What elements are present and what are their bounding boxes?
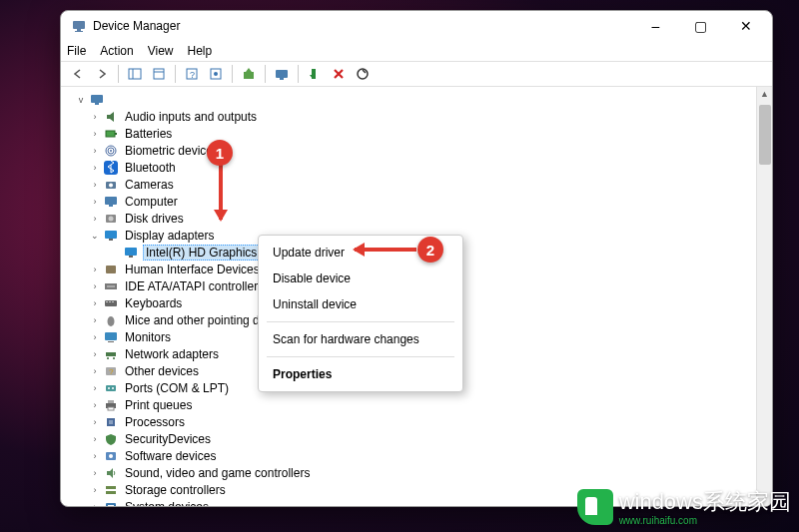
svg-rect-59 — [106, 486, 116, 489]
svg-rect-18 — [106, 131, 115, 137]
forward-button[interactable] — [91, 63, 113, 85]
vertical-scrollbar[interactable] — [756, 87, 772, 506]
display-icon — [123, 245, 139, 261]
chevron-right-icon[interactable]: › — [89, 129, 101, 139]
chevron-right-icon[interactable]: › — [89, 434, 101, 444]
callout-1: 1 — [207, 140, 233, 166]
chevron-right-icon[interactable]: › — [89, 349, 101, 359]
cpu-icon — [103, 414, 119, 430]
svg-point-45 — [107, 357, 109, 359]
computer-icon — [103, 194, 119, 210]
tree-node[interactable]: ›Cameras — [69, 176, 772, 193]
chevron-right-icon[interactable]: › — [89, 451, 101, 461]
chevron-right-icon[interactable]: › — [89, 366, 101, 376]
menu-help[interactable]: Help — [188, 44, 213, 58]
tree-node-label: Print queues — [123, 398, 194, 412]
chevron-right-icon[interactable]: › — [89, 146, 101, 156]
chevron-right-icon[interactable]: › — [89, 163, 101, 173]
chevron-right-icon[interactable]: › — [89, 383, 101, 393]
chevron-right-icon[interactable]: › — [89, 315, 101, 325]
minimize-button[interactable]: – — [633, 11, 678, 41]
tree-node[interactable]: ›Computer — [69, 193, 772, 210]
enable-device-button[interactable] — [304, 63, 326, 85]
chevron-right-icon[interactable]: › — [89, 112, 101, 122]
chevron-right-icon[interactable]: › — [89, 502, 101, 507]
maximize-button[interactable]: ▢ — [678, 11, 723, 41]
scan-hardware-button[interactable] — [271, 63, 293, 85]
tree-node-label: Computer — [123, 195, 180, 209]
toolbar-separator — [265, 65, 266, 83]
tree-node[interactable]: ›Bluetooth — [69, 159, 772, 176]
toolbar-separator — [232, 65, 233, 83]
tree-node-label: Display adapters — [123, 229, 216, 243]
chevron-right-icon[interactable]: › — [89, 468, 101, 478]
tree-node[interactable]: ›Batteries — [69, 125, 772, 142]
svg-point-46 — [113, 357, 115, 359]
chevron-right-icon[interactable]: › — [89, 332, 101, 342]
tree-root-node[interactable]: v — [69, 91, 772, 108]
chevron-right-icon[interactable]: · — [109, 248, 121, 258]
show-hide-tree-button[interactable] — [124, 63, 146, 85]
chevron-right-icon[interactable]: › — [89, 265, 101, 274]
update-driver-button[interactable] — [238, 63, 260, 85]
chevron-right-icon[interactable]: › — [89, 197, 101, 207]
chevron-right-icon[interactable]: › — [89, 180, 101, 190]
tree-node-label: Audio inputs and outputs — [123, 110, 259, 124]
tree-node[interactable]: ›Disk drives — [69, 210, 772, 227]
biometric-icon — [103, 143, 119, 159]
watermark-sub: www.ruihaifu.com — [619, 515, 791, 526]
network-icon — [103, 346, 119, 362]
uninstall-device-button[interactable] — [328, 63, 350, 85]
security-icon — [103, 431, 119, 447]
svg-rect-40 — [112, 301, 114, 302]
tree-node[interactable]: ›Software devices — [69, 447, 772, 464]
action-button[interactable] — [205, 63, 227, 85]
menu-scan-hardware[interactable]: Scan for hardware changes — [259, 326, 462, 352]
chevron-right-icon[interactable]: › — [89, 485, 101, 495]
chevron-down-icon[interactable]: ⌄ — [89, 231, 101, 241]
back-button[interactable] — [67, 63, 89, 85]
help-button[interactable]: ? — [181, 63, 203, 85]
tree-node[interactable]: ›SecurityDevices — [69, 430, 772, 447]
arrow-2 — [355, 248, 416, 252]
chevron-right-icon[interactable]: › — [89, 417, 101, 427]
properties-button[interactable] — [148, 63, 170, 85]
watermark: windows系统家园 www.ruihaifu.com — [577, 487, 791, 526]
tree-node[interactable]: ›Print queues — [69, 396, 772, 413]
svg-rect-3 — [129, 69, 141, 79]
chevron-right-icon[interactable]: › — [89, 214, 101, 224]
menu-properties[interactable]: Properties — [259, 361, 462, 387]
storage-icon — [103, 482, 119, 498]
toolbar-separator — [118, 65, 119, 83]
svg-point-22 — [110, 150, 112, 152]
tree-node-label: SecurityDevices — [123, 432, 213, 446]
svg-text:?: ? — [190, 70, 195, 80]
menu-view[interactable]: View — [148, 44, 174, 58]
chevron-right-icon[interactable]: › — [89, 400, 101, 410]
tree-node[interactable]: ›Processors — [69, 413, 772, 430]
chevron-right-icon[interactable]: › — [89, 298, 101, 308]
window-title: Device Manager — [93, 19, 633, 33]
menu-action[interactable]: Action — [100, 44, 133, 58]
tree-node-label: Human Interface Devices — [123, 263, 262, 276]
svg-rect-37 — [105, 300, 117, 306]
tree-node[interactable]: ›Biometric devices — [69, 142, 772, 159]
tree-node[interactable]: ›Sound, video and game controllers — [69, 464, 772, 481]
svg-rect-0 — [73, 21, 85, 29]
svg-rect-38 — [106, 301, 108, 302]
svg-rect-32 — [125, 248, 137, 256]
tree-node[interactable]: ›Audio inputs and outputs — [69, 108, 772, 125]
chevron-down-icon[interactable]: v — [75, 95, 87, 105]
close-button[interactable]: ✕ — [723, 11, 768, 41]
svg-rect-36 — [107, 285, 115, 287]
menu-file[interactable]: File — [67, 44, 86, 58]
menu-uninstall-device[interactable]: Uninstall device — [259, 291, 462, 317]
chevron-right-icon[interactable]: › — [89, 281, 101, 291]
disable-device-button[interactable] — [352, 63, 374, 85]
tree-node-label: Bluetooth — [123, 161, 178, 175]
menu-disable-device[interactable]: Disable device — [259, 266, 462, 291]
port-icon — [103, 380, 119, 396]
svg-rect-26 — [105, 197, 117, 205]
monitor-icon — [103, 329, 119, 345]
tree-node-label: Cameras — [123, 178, 176, 192]
